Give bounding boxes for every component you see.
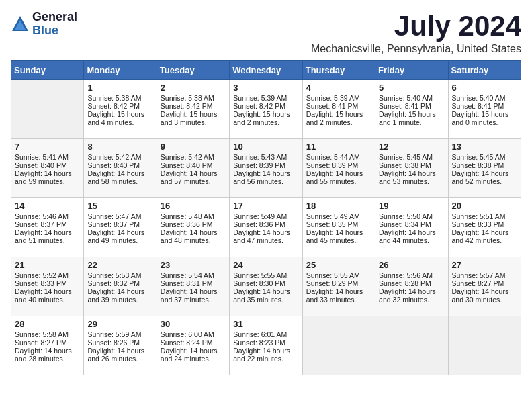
sunset-text: Sunset: 8:23 PM	[233, 338, 298, 347]
day-number: 7	[15, 142, 80, 152]
sunrise-text: Sunrise: 5:39 AM	[306, 94, 371, 102]
cell-week1-day2: 1Sunrise: 5:38 AMSunset: 8:42 PMDaylight…	[84, 80, 157, 139]
cell-week4-day4: 24Sunrise: 5:55 AMSunset: 8:30 PMDayligh…	[230, 257, 302, 316]
sunrise-text: Sunrise: 5:54 AM	[161, 271, 226, 279]
day-number: 2	[161, 83, 226, 93]
sunset-text: Sunset: 8:40 PM	[161, 161, 226, 169]
sunset-text: Sunset: 8:41 PM	[379, 102, 444, 110]
cell-week2-day6: 12Sunrise: 5:45 AMSunset: 8:38 PMDayligh…	[375, 139, 448, 198]
daylight-text: Daylight: 14 hours and 48 minutes.	[161, 228, 226, 244]
page-header: General Blue July 2024 Mechanicsville, P…	[11, 11, 521, 55]
sunset-text: Sunset: 8:27 PM	[452, 279, 517, 287]
sunset-text: Sunset: 8:39 PM	[306, 161, 371, 169]
day-number: 6	[452, 83, 517, 93]
sunset-text: Sunset: 8:28 PM	[379, 279, 444, 287]
daylight-text: Daylight: 14 hours and 59 minutes.	[15, 169, 80, 185]
calendar-table: Sunday Monday Tuesday Wednesday Thursday…	[11, 60, 521, 375]
cell-week2-day5: 11Sunrise: 5:44 AMSunset: 8:39 PMDayligh…	[302, 139, 375, 198]
cell-week5-day7	[448, 316, 521, 375]
daylight-text: Daylight: 15 hours and 0 minutes.	[452, 110, 517, 126]
day-number: 10	[233, 142, 298, 152]
sunrise-text: Sunrise: 5:45 AM	[379, 153, 444, 161]
sunrise-text: Sunrise: 5:59 AM	[87, 330, 152, 338]
cell-week1-day5: 4Sunrise: 5:39 AMSunset: 8:41 PMDaylight…	[302, 80, 375, 139]
daylight-text: Daylight: 14 hours and 22 minutes.	[233, 347, 298, 363]
day-number: 29	[87, 319, 152, 329]
sunrise-text: Sunrise: 5:38 AM	[87, 94, 152, 102]
calendar-header: Sunday Monday Tuesday Wednesday Thursday…	[11, 61, 521, 80]
daylight-text: Daylight: 15 hours and 3 minutes.	[161, 110, 226, 126]
day-number: 31	[233, 319, 298, 329]
cell-week3-day5: 18Sunrise: 5:49 AMSunset: 8:35 PMDayligh…	[302, 198, 375, 257]
daylight-text: Daylight: 14 hours and 56 minutes.	[233, 169, 298, 185]
sunrise-text: Sunrise: 5:42 AM	[161, 153, 226, 161]
day-number: 23	[161, 260, 226, 270]
logo-icon	[11, 15, 30, 34]
sunset-text: Sunset: 8:37 PM	[15, 220, 80, 228]
calendar-body: 1Sunrise: 5:38 AMSunset: 8:42 PMDaylight…	[11, 80, 521, 375]
sunset-text: Sunset: 8:42 PM	[87, 102, 152, 110]
sunrise-text: Sunrise: 5:56 AM	[379, 271, 444, 279]
sunrise-text: Sunrise: 5:42 AM	[87, 153, 152, 161]
cell-week4-day6: 26Sunrise: 5:56 AMSunset: 8:28 PMDayligh…	[375, 257, 448, 316]
day-number: 15	[87, 201, 152, 211]
cell-week1-day1	[11, 80, 84, 139]
sunset-text: Sunset: 8:27 PM	[15, 338, 80, 347]
cell-week3-day7: 20Sunrise: 5:51 AMSunset: 8:33 PMDayligh…	[448, 198, 521, 257]
cell-week2-day2: 8Sunrise: 5:42 AMSunset: 8:40 PMDaylight…	[84, 139, 157, 198]
day-number: 5	[379, 83, 444, 93]
cell-week5-day6	[375, 316, 448, 375]
daylight-text: Daylight: 15 hours and 2 minutes.	[233, 110, 298, 126]
cell-week3-day4: 17Sunrise: 5:49 AMSunset: 8:36 PMDayligh…	[230, 198, 302, 257]
daylight-text: Daylight: 14 hours and 33 minutes.	[306, 287, 371, 304]
cell-week4-day2: 22Sunrise: 5:53 AMSunset: 8:32 PMDayligh…	[84, 257, 157, 316]
daylight-text: Daylight: 14 hours and 26 minutes.	[87, 347, 152, 363]
week-row-3: 14Sunrise: 5:46 AMSunset: 8:37 PMDayligh…	[11, 198, 521, 257]
logo: General Blue	[11, 11, 77, 38]
cell-week3-day6: 19Sunrise: 5:50 AMSunset: 8:34 PMDayligh…	[375, 198, 448, 257]
daylight-text: Daylight: 14 hours and 28 minutes.	[15, 347, 80, 363]
sunset-text: Sunset: 8:32 PM	[87, 279, 152, 287]
header-saturday: Saturday	[448, 61, 521, 80]
header-tuesday: Tuesday	[157, 61, 229, 80]
cell-week1-day4: 3Sunrise: 5:39 AMSunset: 8:42 PMDaylight…	[230, 80, 302, 139]
day-number: 16	[161, 201, 226, 211]
sunset-text: Sunset: 8:36 PM	[161, 220, 226, 228]
sunset-text: Sunset: 8:30 PM	[233, 279, 298, 287]
sunrise-text: Sunrise: 5:51 AM	[452, 212, 517, 220]
sunrise-text: Sunrise: 5:50 AM	[379, 212, 444, 220]
header-friday: Friday	[375, 61, 448, 80]
sunset-text: Sunset: 8:26 PM	[87, 338, 152, 347]
cell-week5-day3: 30Sunrise: 6:00 AMSunset: 8:24 PMDayligh…	[157, 316, 229, 375]
sunrise-text: Sunrise: 5:47 AM	[87, 212, 152, 220]
sunrise-text: Sunrise: 5:49 AM	[233, 212, 298, 220]
daylight-text: Daylight: 14 hours and 57 minutes.	[161, 169, 226, 185]
cell-week1-day6: 5Sunrise: 5:40 AMSunset: 8:41 PMDaylight…	[375, 80, 448, 139]
sunset-text: Sunset: 8:41 PM	[452, 102, 517, 110]
cell-week4-day3: 23Sunrise: 5:54 AMSunset: 8:31 PMDayligh…	[157, 257, 229, 316]
day-number: 25	[306, 260, 371, 270]
daylight-text: Daylight: 14 hours and 55 minutes.	[306, 169, 371, 185]
sunrise-text: Sunrise: 5:40 AM	[379, 94, 444, 102]
logo-general: General	[32, 11, 77, 24]
sunset-text: Sunset: 8:40 PM	[15, 161, 80, 169]
daylight-text: Daylight: 14 hours and 53 minutes.	[379, 169, 444, 185]
cell-week5-day5	[302, 316, 375, 375]
cell-week2-day3: 9Sunrise: 5:42 AMSunset: 8:40 PMDaylight…	[157, 139, 229, 198]
header-sunday: Sunday	[11, 61, 84, 80]
daylight-text: Daylight: 15 hours and 1 minute.	[379, 110, 444, 126]
cell-week5-day4: 31Sunrise: 6:01 AMSunset: 8:23 PMDayligh…	[230, 316, 302, 375]
day-number: 28	[15, 319, 80, 329]
sunset-text: Sunset: 8:38 PM	[452, 161, 517, 169]
header-wednesday: Wednesday	[230, 61, 302, 80]
daylight-text: Daylight: 14 hours and 37 minutes.	[161, 287, 226, 304]
cell-week3-day2: 15Sunrise: 5:47 AMSunset: 8:37 PMDayligh…	[84, 198, 157, 257]
daylight-text: Daylight: 14 hours and 51 minutes.	[15, 228, 80, 244]
sunset-text: Sunset: 8:35 PM	[306, 220, 371, 228]
cell-week1-day3: 2Sunrise: 5:38 AMSunset: 8:42 PMDaylight…	[157, 80, 229, 139]
daylight-text: Daylight: 14 hours and 39 minutes.	[87, 287, 152, 304]
sunrise-text: Sunrise: 5:48 AM	[161, 212, 226, 220]
sunrise-text: Sunrise: 5:57 AM	[452, 271, 517, 279]
sunset-text: Sunset: 8:41 PM	[306, 102, 371, 110]
day-number: 30	[161, 319, 226, 329]
